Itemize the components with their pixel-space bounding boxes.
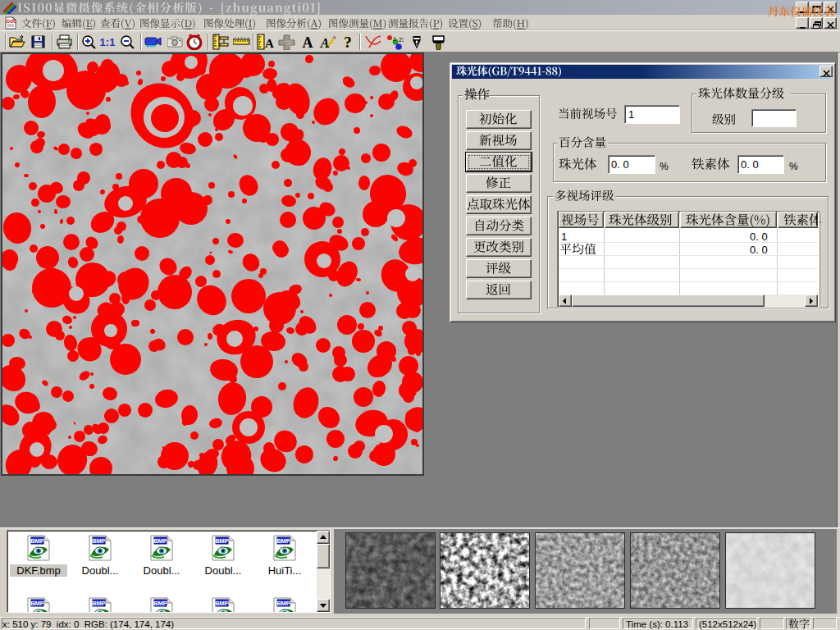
svg-text:BMP: BMP: [276, 537, 290, 545]
svg-text:BMP: BMP: [30, 600, 44, 607]
svg-text:A: A: [265, 37, 274, 50]
svg-text:BMP: BMP: [153, 600, 167, 607]
svg-text:BMP: BMP: [153, 537, 167, 545]
svg-text:BMP: BMP: [92, 600, 106, 607]
svg-text:BMP: BMP: [92, 537, 106, 545]
svg-text:1:1: 1:1: [100, 36, 115, 48]
svg-text:BMP: BMP: [215, 600, 229, 607]
svg-text:BMP: BMP: [30, 537, 44, 545]
svg-text:BMP: BMP: [276, 600, 290, 607]
svg-text:A: A: [303, 34, 313, 49]
svg-text:?: ?: [344, 34, 352, 49]
svg-text:23: 23: [399, 37, 404, 43]
svg-text:DOC: DOC: [7, 19, 16, 24]
svg-text:BMP: BMP: [215, 537, 229, 545]
svg-text:1: 1: [393, 36, 396, 42]
